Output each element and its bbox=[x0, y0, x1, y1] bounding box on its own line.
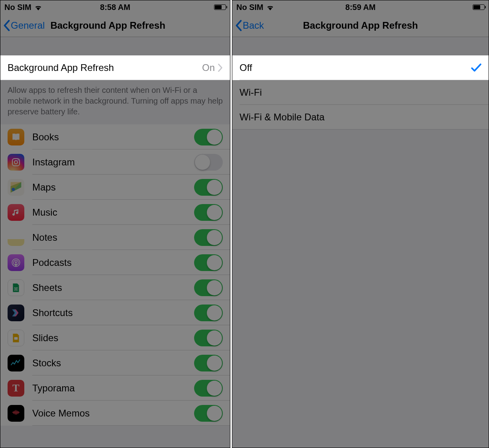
wifi-icon bbox=[34, 4, 43, 10]
status-bar: No SIM 8:59 AM bbox=[232, 0, 489, 14]
app-label: Podcasts bbox=[32, 257, 72, 268]
background-app-refresh-master[interactable]: Background App Refresh On bbox=[0, 55, 230, 80]
podcasts-icon bbox=[8, 254, 24, 271]
instagram-icon bbox=[8, 154, 24, 171]
app-row-typorama: TTyporama bbox=[0, 375, 230, 401]
status-time: 8:58 AM bbox=[100, 3, 130, 12]
voicememos-icon bbox=[8, 405, 24, 422]
option-list: OffWi-FiWi-Fi & Mobile Data bbox=[232, 55, 489, 130]
app-row-shortcuts: Shortcuts bbox=[0, 300, 230, 325]
app-row-slides: Slides bbox=[0, 325, 230, 350]
app-label: Shortcuts bbox=[32, 307, 73, 318]
option-label: Off bbox=[240, 62, 252, 73]
nav-title: Background App Refresh bbox=[303, 20, 418, 31]
app-toggle-notes[interactable] bbox=[194, 229, 223, 246]
app-toggle-podcasts[interactable] bbox=[194, 254, 223, 271]
app-toggle-typorama[interactable] bbox=[194, 380, 223, 397]
right-screenshot: No SIM 8:59 AM Back Background App Refre… bbox=[232, 0, 489, 448]
app-row-voicememos: Voice Memos bbox=[0, 401, 230, 426]
app-toggle-slides[interactable] bbox=[194, 330, 223, 346]
app-row-podcasts: Podcasts bbox=[0, 250, 230, 275]
svg-point-2 bbox=[18, 159, 19, 161]
battery-icon bbox=[214, 4, 226, 10]
app-toggle-voicememos[interactable] bbox=[194, 405, 223, 422]
option-wi-fi[interactable]: Wi-Fi bbox=[232, 80, 489, 105]
app-label: Slides bbox=[32, 332, 58, 344]
app-toggle-maps[interactable] bbox=[194, 179, 223, 196]
nav-title: Background App Refresh bbox=[50, 20, 165, 31]
option-wi-fi-mobile-data[interactable]: Wi-Fi & Mobile Data bbox=[232, 105, 489, 130]
left-screenshot: No SIM 8:58 AM General Background App Re… bbox=[0, 0, 230, 448]
app-label: Voice Memos bbox=[32, 408, 90, 419]
notes-icon bbox=[8, 229, 24, 246]
slides-icon bbox=[8, 330, 24, 346]
app-toggle-instagram[interactable] bbox=[194, 154, 223, 171]
nav-bar: Back Background App Refresh bbox=[232, 14, 489, 37]
chevron-left-icon bbox=[4, 20, 10, 31]
typorama-icon: T bbox=[8, 380, 24, 397]
app-label: Music bbox=[32, 207, 57, 218]
app-row-books: Books bbox=[0, 124, 230, 149]
status-bar: No SIM 8:58 AM bbox=[0, 0, 230, 14]
svg-point-1 bbox=[14, 161, 18, 164]
app-row-instagram: Instagram bbox=[0, 149, 230, 175]
app-row-stocks: Stocks bbox=[0, 350, 230, 375]
app-label: Instagram bbox=[32, 157, 75, 168]
app-label: Notes bbox=[32, 232, 57, 243]
maps-icon bbox=[8, 179, 24, 196]
app-row-maps: Maps bbox=[0, 175, 230, 200]
app-row-music: Music bbox=[0, 200, 230, 225]
option-label: Wi-Fi bbox=[240, 87, 262, 98]
checkmark-icon bbox=[471, 63, 481, 72]
app-toggle-music[interactable] bbox=[194, 204, 223, 221]
svg-point-3 bbox=[12, 188, 15, 191]
battery-icon bbox=[473, 4, 485, 10]
back-label: General bbox=[11, 20, 45, 31]
music-icon bbox=[8, 204, 24, 221]
wifi-icon bbox=[266, 4, 275, 10]
chevron-left-icon bbox=[236, 20, 242, 31]
app-label: Sheets bbox=[32, 282, 62, 293]
app-label: Stocks bbox=[32, 358, 61, 369]
app-row-notes: Notes bbox=[0, 225, 230, 250]
back-button[interactable]: General bbox=[4, 20, 45, 31]
sheets-icon bbox=[8, 279, 24, 296]
section-spacer bbox=[232, 37, 489, 55]
app-toggle-stocks[interactable] bbox=[194, 355, 223, 371]
status-time: 8:59 AM bbox=[346, 3, 376, 12]
section-spacer bbox=[0, 37, 230, 55]
svg-point-6 bbox=[15, 261, 17, 263]
option-off[interactable]: Off bbox=[232, 55, 489, 80]
app-row-sheets: Sheets bbox=[0, 275, 230, 300]
shortcuts-icon bbox=[8, 305, 24, 321]
app-label: Maps bbox=[32, 182, 56, 193]
app-list: BooksInstagramMapsMusicNotesPodcastsShee… bbox=[0, 124, 230, 426]
carrier-label: No SIM bbox=[4, 3, 31, 12]
master-label: Background App Refresh bbox=[8, 62, 114, 73]
books-icon bbox=[8, 129, 24, 145]
stocks-icon bbox=[8, 355, 24, 371]
back-label: Back bbox=[243, 20, 264, 31]
app-label: Books bbox=[32, 132, 59, 143]
back-button[interactable]: Back bbox=[236, 20, 264, 31]
option-label: Wi-Fi & Mobile Data bbox=[240, 112, 324, 123]
master-value: On bbox=[202, 62, 215, 73]
svg-rect-7 bbox=[14, 337, 18, 340]
carrier-label: No SIM bbox=[236, 3, 263, 12]
app-toggle-sheets[interactable] bbox=[194, 279, 223, 296]
app-toggle-shortcuts[interactable] bbox=[194, 305, 223, 321]
nav-bar: General Background App Refresh bbox=[0, 14, 230, 37]
chevron-right-icon bbox=[218, 64, 223, 72]
section-footer: Allow apps to refresh their content when… bbox=[0, 80, 230, 124]
app-label: Typorama bbox=[32, 383, 75, 394]
app-toggle-books[interactable] bbox=[194, 129, 223, 145]
